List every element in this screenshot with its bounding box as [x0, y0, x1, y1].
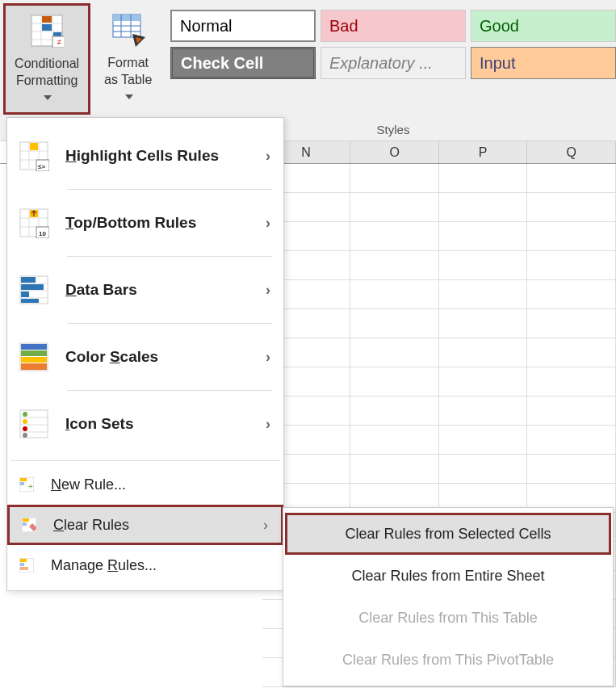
cell[interactable] [527, 396, 616, 426]
svg-rect-43 [21, 350, 47, 356]
cell[interactable] [439, 426, 528, 455]
cell[interactable] [350, 251, 439, 280]
conditional-formatting-button[interactable]: ≠ Conditional Formatting [3, 3, 90, 115]
styles-group-label: Styles [377, 123, 410, 136]
submenu-clear-selected-cells[interactable]: Clear Rules from Selected Cells [285, 513, 611, 555]
style-input[interactable]: Input [471, 47, 616, 79]
menu-manage-rules[interactable]: Manage Rules... [7, 545, 283, 585]
conditional-formatting-icon: ≠ [30, 14, 64, 48]
menu-top-bottom-rules[interactable]: 10 Top/Bottom Rules › [7, 190, 283, 256]
format-as-table-icon [111, 13, 145, 47]
conditional-formatting-label: Conditional Formatting [12, 56, 82, 106]
svg-rect-6 [42, 16, 52, 23]
svg-point-52 [23, 426, 27, 431]
cell[interactable] [527, 164, 616, 193]
svg-rect-45 [21, 363, 47, 370]
conditional-formatting-menu: ≤> Highlight Cells Rules › 10 Top/Bottom… [6, 117, 284, 591]
format-as-table-label: Format as Table [100, 55, 156, 105]
cell[interactable] [527, 338, 616, 367]
column-header[interactable]: Q [527, 141, 616, 163]
cell[interactable] [350, 309, 439, 338]
menu-label: Clear Rules [53, 517, 129, 534]
cell[interactable] [439, 251, 528, 280]
chevron-right-icon: › [266, 416, 270, 433]
cell[interactable] [439, 338, 528, 367]
style-good[interactable]: Good [471, 10, 616, 42]
menu-label: Highlight Cells Rules [65, 147, 219, 165]
cell[interactable] [439, 367, 528, 396]
svg-rect-39 [21, 292, 29, 297]
menu-new-rule[interactable]: + New Rule... [7, 464, 283, 505]
svg-rect-7 [42, 24, 52, 31]
chevron-down-icon [125, 94, 133, 99]
chevron-right-icon: › [266, 282, 270, 299]
svg-rect-44 [21, 357, 47, 363]
svg-text:≤>: ≤> [38, 163, 45, 170]
icon-sets-icon [19, 409, 49, 439]
cell[interactable] [439, 222, 528, 251]
cell[interactable] [350, 455, 439, 484]
svg-rect-12 [113, 15, 140, 21]
cell[interactable] [350, 280, 439, 309]
chevron-right-icon: › [266, 349, 270, 366]
chevron-down-icon [44, 95, 52, 100]
cell[interactable] [439, 193, 528, 222]
submenu-label: Clear Rules from Selected Cells [345, 526, 551, 543]
menu-label: New Rule... [51, 476, 126, 493]
menu-highlight-cells-rules[interactable]: ≤> Highlight Cells Rules › [7, 123, 283, 189]
column-header[interactable]: O [350, 141, 439, 163]
svg-rect-62 [20, 559, 27, 562]
cell[interactable] [527, 426, 616, 455]
cell[interactable] [350, 222, 439, 251]
cell[interactable] [439, 164, 528, 193]
style-explanatory[interactable]: Explanatory ... [321, 47, 466, 79]
menu-data-bars[interactable]: Data Bars › [7, 257, 283, 323]
menu-clear-rules[interactable]: Clear Rules › [7, 505, 283, 545]
cell[interactable] [439, 455, 528, 484]
style-normal[interactable]: Normal [170, 10, 316, 42]
menu-label: Top/Bottom Rules [65, 214, 196, 232]
cell[interactable] [527, 222, 616, 251]
cell[interactable] [350, 164, 439, 193]
format-as-table-button[interactable]: Format as Table [94, 5, 162, 116]
cell[interactable] [350, 367, 439, 396]
cell[interactable] [350, 338, 439, 367]
menu-icon-sets[interactable]: Icon Sets › [7, 391, 283, 457]
cell[interactable] [439, 280, 528, 309]
cell[interactable] [527, 309, 616, 338]
chevron-right-icon: › [263, 517, 268, 534]
menu-label: Icon Sets [65, 415, 133, 433]
cell[interactable] [527, 280, 616, 309]
style-bad[interactable]: Bad [321, 10, 466, 42]
cell[interactable] [350, 193, 439, 222]
svg-rect-64 [20, 567, 28, 570]
cell[interactable] [350, 396, 439, 426]
cell[interactable] [439, 309, 528, 338]
cell-styles-gallery: Normal Bad Good Check Cell Explanatory .… [170, 10, 616, 84]
svg-text:+: + [28, 482, 33, 491]
clear-rules-icon [21, 517, 37, 533]
svg-rect-63 [20, 563, 24, 566]
chevron-right-icon: › [266, 215, 270, 232]
cell[interactable] [350, 426, 439, 455]
menu-label: Manage Rules... [51, 557, 157, 574]
menu-label: Data Bars [65, 281, 137, 299]
svg-rect-56 [20, 482, 24, 485]
cell[interactable] [527, 455, 616, 484]
column-header[interactable]: P [439, 141, 528, 163]
menu-color-scales[interactable]: Color Scales › [7, 324, 283, 390]
svg-point-50 [23, 412, 27, 417]
svg-rect-40 [21, 299, 39, 303]
clear-rules-submenu: Clear Rules from Selected Cells Clear Ru… [283, 507, 614, 686]
cell[interactable] [439, 396, 528, 426]
cell[interactable] [527, 251, 616, 280]
submenu-clear-entire-sheet[interactable]: Clear Rules from Entire Sheet [283, 555, 613, 597]
svg-rect-55 [20, 478, 27, 481]
new-rule-icon: + [19, 476, 35, 493]
submenu-label: Clear Rules from This Table [358, 610, 537, 627]
svg-rect-22 [30, 143, 38, 150]
cell[interactable] [527, 367, 616, 396]
cell[interactable] [527, 193, 616, 222]
chevron-right-icon: › [266, 148, 270, 165]
style-check-cell[interactable]: Check Cell [170, 47, 316, 79]
